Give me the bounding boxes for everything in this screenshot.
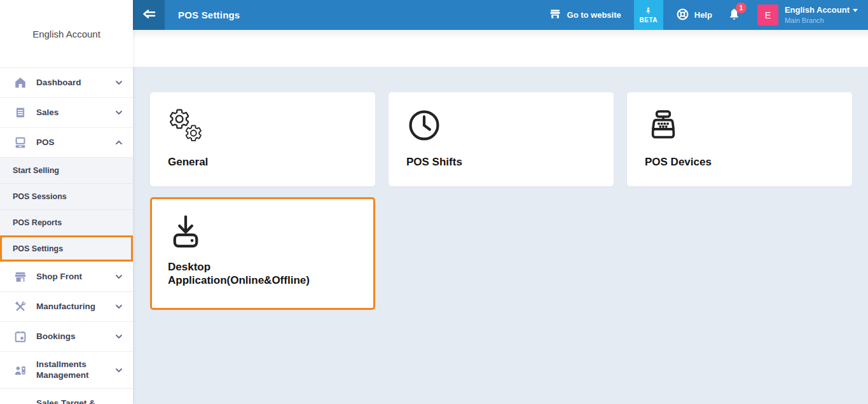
beta-label: BETA [640,17,658,24]
settings-card-row: General POS Shifts [150,92,868,186]
subitem-label: Start Selling [13,166,59,175]
subitem-label: POS Settings [13,244,63,253]
sidebar-item-bookings[interactable]: Bookings [0,321,133,351]
sidebar-subitem-pos-reports[interactable]: POS Reports [0,209,133,235]
main-content: General POS Shifts [133,67,868,404]
chevron-down-icon [115,303,123,310]
topbar-actions: Go to website BETA [549,0,868,30]
beta-badge: BETA [634,0,663,30]
header-account-name: English Account [785,5,850,15]
go-to-website-label: Go to website [567,10,621,20]
rocket-icon [644,6,652,17]
person-card-icon [13,363,28,377]
chevron-down-icon [115,273,123,281]
sidebar-item-label: Shop Front [36,272,82,282]
sidebar-subitem-start-selling[interactable]: Start Selling [0,157,133,183]
chevron-down-icon [115,109,123,116]
go-to-website-button[interactable]: Go to website [549,8,621,22]
sidebar-subitem-pos-sessions[interactable]: POS Sessions [0,183,133,209]
subitem-label: POS Sessions [13,192,67,201]
sidebar-item-label: Sales [36,108,59,118]
cash-register-icon [645,108,839,147]
subheader-strip [133,30,868,67]
sidebar-item-pos[interactable]: POS [0,127,133,157]
avatar-initial: E [764,10,771,20]
sidebar: English Account Dashboard Sales [0,0,133,404]
notifications-button[interactable]: 1 [727,7,741,24]
account-menu[interactable]: English Account Main Branch [785,5,858,25]
chevron-down-icon [115,366,123,374]
user-avatar[interactable]: E [757,4,778,25]
chevron-up-icon [115,139,123,146]
sidebar-item-label: POS [36,137,55,148]
sidebar-item-installments-management[interactable]: Installments Management [0,351,133,388]
storefront-icon [13,270,28,284]
card-pos-shifts[interactable]: POS Shifts [389,92,614,186]
tools-icon [13,300,28,314]
branch-name: Main Branch [785,16,858,25]
card-pos-devices[interactable]: POS Devices [627,92,852,186]
sidebar-item-shop-front[interactable]: Shop Front [0,261,133,291]
sidebar-item-sales[interactable]: Sales [0,97,133,127]
sidebar-item-label: Installments Management [36,359,107,380]
card-title: General [168,155,362,169]
sidebar-collapse-button[interactable] [133,0,165,30]
chevron-down-icon [115,333,123,340]
sidebar-item-label: Sales Target & [36,398,95,404]
calendar-icon [13,330,28,344]
pos-monitor-icon [13,136,28,150]
sidebar-item-label: Manufacturing [36,302,95,312]
clock-icon [406,108,601,147]
notification-count-badge: 1 [736,3,747,13]
caret-down-icon [853,9,858,12]
sidebar-subitem-pos-settings[interactable]: POS Settings [0,235,133,261]
card-title: POS Devices [645,155,839,169]
gears-icon [168,108,362,147]
sidebar-item-label: Dashboard [36,78,81,88]
bell-icon [727,12,741,23]
chevron-down-icon [115,79,123,87]
card-desktop-application[interactable]: Desktop Application(Online&Offline) [150,197,375,310]
help-label: Help [694,10,712,20]
sidebar-item-manufacturing[interactable]: Manufacturing [0,291,133,321]
subitem-label: POS Reports [13,218,62,227]
help-button[interactable]: Help [676,8,712,23]
sidebar-item-label: Bookings [36,331,76,342]
home-icon [13,76,28,90]
download-icon [168,212,361,252]
receipt-icon [13,106,28,120]
card-general[interactable]: General [150,92,375,186]
collapse-arrow-icon [141,6,156,24]
card-title: Desktop Application(Online&Offline) [168,260,347,288]
sidebar-item-dashboard[interactable]: Dashboard [0,67,133,97]
pos-submenu: Start Selling POS Sessions POS Reports P… [0,157,133,261]
storefront-icon [549,8,561,22]
top-header-bar: POS Settings Go to website [133,0,868,30]
page-title: POS Settings [178,10,240,20]
card-title: POS Shifts [406,155,601,169]
lifebuoy-icon [676,8,689,23]
sidebar-item-sales-target[interactable]: Sales Target & [0,388,133,404]
sidebar-account-title: English Account [0,0,133,67]
